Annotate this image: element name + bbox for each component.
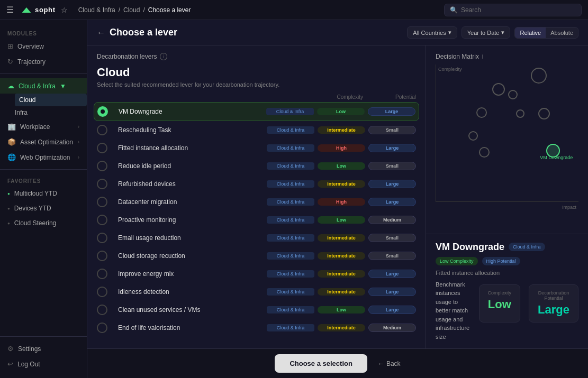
lever-row-proactive[interactable]: Proactive monitoring Cloud & Infra Low M… [94, 211, 419, 229]
lever-name-cloud-storage: Cloud storage recuction [118, 252, 264, 260]
lever-potential-fitted-instance: Large [368, 144, 416, 152]
breadcrumb-cloud-infra[interactable]: Cloud & Infra [78, 6, 115, 14]
search-bar[interactable]: 🔍 [444, 4, 582, 16]
lever-potential-proactive: Medium [368, 216, 416, 224]
matrix-circle-7 [479, 147, 490, 158]
lever-tag-end-of-life: Cloud & Infra [267, 324, 314, 331]
impact-axis-label: Impact [562, 205, 576, 210]
lever-potential-datacenter: Large [368, 198, 416, 206]
decarbonation-header: Decarbonation levers i [87, 45, 426, 63]
lever-row-datacenter[interactable]: Datacenter migration Cloud & Infra High … [94, 193, 419, 211]
matrix-circle-4 [516, 109, 524, 118]
lever-row-end-of-life[interactable]: End of life valorisation Cloud & Infra I… [94, 319, 419, 337]
lever-row-reduce-idle[interactable]: Reduce idle period Cloud & Infra Low Sma… [94, 157, 419, 175]
sidebar-item-overview[interactable]: ⊞ Overview [0, 39, 87, 54]
lever-row-energy-mix[interactable]: Improve energy mix Cloud & Infra Interme… [94, 265, 419, 283]
radio-rescheduling-task[interactable] [97, 125, 107, 135]
sidebar-item-web-optimization[interactable]: 🌐 Web Optimization › [0, 150, 87, 165]
radio-idleness[interactable] [97, 287, 107, 297]
levers-table-header: Complexity Potential [87, 92, 426, 102]
lever-potential-cloud-storage: Small [368, 252, 416, 260]
lever-row-clean-unused[interactable]: Clean unused services / VMs Cloud & Infr… [94, 301, 419, 319]
radio-refurbished[interactable] [97, 179, 107, 189]
cloud-infra-icon: ☁ [7, 82, 14, 90]
sidebar-item-workplace[interactable]: 🏢 Workplace › [0, 119, 87, 134]
detail-title: VM Downgrade [436, 242, 504, 253]
sidebar-item-logout[interactable]: ↩ Log Out [0, 356, 87, 372]
sidebar-item-trajectory[interactable]: ↻ Trajectory [0, 54, 87, 69]
countries-filter[interactable]: All Countries ▾ [407, 26, 457, 39]
matrix-circle-6 [468, 131, 478, 141]
radio-cloud-storage[interactable] [97, 251, 107, 261]
potential-metric-value: Large [538, 303, 569, 317]
lever-tag-clean-unused: Cloud & Infra [267, 306, 314, 314]
workplace-icon: 🏢 [7, 123, 16, 131]
lever-row-cloud-storage[interactable]: Cloud storage recuction Cloud & Infra In… [94, 247, 419, 265]
sidebar-item-cloud-infra[interactable]: ☁ Cloud & Infra ▼ [0, 78, 87, 94]
sidebar-divider-1 [0, 73, 87, 74]
radio-datacenter[interactable] [97, 197, 107, 207]
absolute-button[interactable]: Absolute [546, 27, 578, 38]
sidebar-item-asset-optimization[interactable]: 📦 Asset Optimization › [0, 134, 87, 150]
page-back-button[interactable]: ← [97, 28, 105, 38]
search-icon: 🔍 [450, 6, 458, 14]
breadcrumb-cloud[interactable]: Cloud [123, 6, 140, 14]
detail-row: Benchmark instances usage to better matc… [436, 280, 578, 342]
sidebar-item-label-settings: Settings [18, 345, 41, 353]
lever-row-fitted-instance[interactable]: Fitted instance allocation Cloud & Infra… [94, 139, 419, 157]
matrix-circle-3 [476, 107, 487, 118]
radio-reduce-idle[interactable] [97, 161, 107, 171]
sidebar-item-label-trajectory: Trajectory [17, 58, 46, 66]
settings-icon: ⚙ [7, 345, 14, 353]
lever-row-rescheduling-task[interactable]: Rescheduling Task Cloud & Infra Intermed… [94, 121, 419, 139]
relative-button[interactable]: Relative [515, 27, 546, 38]
matrix-title: Decision Matrix i [436, 53, 578, 60]
radio-end-of-life[interactable] [97, 322, 107, 333]
favorites-label: Favorites [0, 174, 87, 186]
detail-description: Benchmark instances usage to better matc… [436, 280, 471, 342]
sidebar-item-label-cloud-infra: Cloud & Infra [19, 82, 56, 90]
lever-row-idleness[interactable]: Idleness detection Cloud & Infra Interme… [94, 283, 419, 301]
sidebar-item-multicloud[interactable]: ● Multicloud YTD [0, 186, 87, 201]
sidebar-item-label-overview: Overview [17, 43, 44, 50]
search-input[interactable] [461, 6, 576, 14]
sidebar-item-infra[interactable]: Infra [15, 106, 87, 119]
radio-proactive[interactable] [97, 215, 107, 225]
sidebar-divider-2 [0, 169, 87, 170]
lever-potential-refurbished: Large [368, 180, 416, 188]
lever-row-email-usage[interactable]: Email usage reduction Cloud & Infra Inte… [94, 229, 419, 247]
lever-potential-email-usage: Small [368, 234, 416, 242]
sidebar-item-cloud[interactable]: Cloud [15, 94, 87, 106]
star-button[interactable]: ☆ [61, 6, 68, 14]
web-icon: 🌐 [7, 153, 16, 161]
lever-row-refurbished[interactable]: Refurbished devices Cloud & Infra Interm… [94, 175, 419, 193]
lever-complexity-energy-mix: Intermediate [318, 270, 365, 278]
back-button[interactable]: ← Back [378, 360, 401, 367]
lever-tag-cloud-storage: Cloud & Infra [267, 252, 314, 260]
lever-row-vm-downgrade[interactable]: VM Downgrade Cloud & Infra Low Large [94, 102, 419, 121]
levers-list: VM Downgrade Cloud & Infra Low Large Res… [87, 102, 426, 348]
detail-tag-complexity: Low Complexity [436, 257, 478, 265]
choose-selection-button[interactable]: Choose a selection [275, 354, 367, 373]
radio-energy-mix[interactable] [97, 269, 107, 279]
modules-label: Modules [0, 26, 87, 39]
lever-tag-refurbished: Cloud & Infra [267, 180, 314, 188]
period-filter[interactable]: Year to Date ▾ [462, 26, 511, 39]
sidebar-item-devices[interactable]: ● Devices YTD [0, 201, 87, 216]
matrix-circle-1 [492, 83, 505, 96]
radio-clean-unused[interactable] [97, 305, 107, 315]
back-label: Back [386, 360, 401, 367]
lever-tag-rescheduling-task: Cloud & Infra [267, 126, 314, 134]
lever-name-clean-unused: Clean unused services / VMs [118, 306, 264, 314]
info-icon-decarb: i [160, 53, 167, 60]
radio-email-usage[interactable] [97, 233, 107, 243]
sidebar-item-settings[interactable]: ⚙ Settings [0, 341, 87, 356]
sidebar-toggle-button[interactable]: ☰ [6, 5, 14, 15]
trajectory-icon: ↻ [7, 58, 13, 66]
radio-fitted-instance[interactable] [97, 143, 107, 153]
bottom-bar: Choose a selection ← Back [87, 348, 588, 378]
lever-name-fitted-instance: Fitted instance allocation [118, 144, 264, 152]
lever-tag-datacenter: Cloud & Infra [267, 198, 314, 206]
sidebar-item-cloud-steering[interactable]: ● Cloud Steering [0, 216, 87, 231]
radio-vm-downgrade[interactable] [97, 106, 108, 117]
